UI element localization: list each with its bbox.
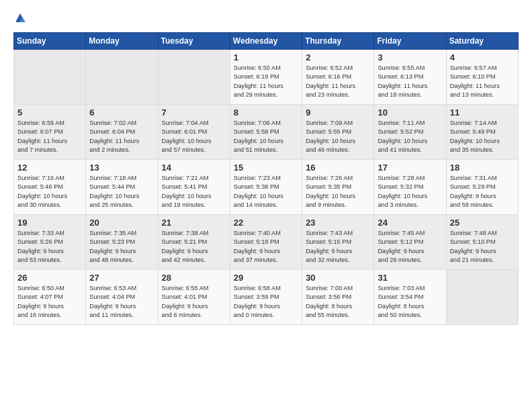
week-row-2: 5Sunrise: 6:59 AM Sunset: 6:07 PM Daylig… (14, 105, 519, 160)
header-cell-friday: Friday (374, 33, 446, 50)
day-number: 9 (306, 107, 370, 118)
day-number: 25 (450, 218, 515, 228)
day-number: 12 (17, 163, 82, 173)
calendar-header: SundayMondayTuesdayWednesdayThursdayFrid… (14, 33, 519, 50)
day-number: 8 (234, 107, 298, 118)
header (13, 12, 519, 26)
day-cell: 9Sunrise: 7:09 AM Sunset: 5:55 PM Daylig… (302, 105, 374, 160)
day-info: Sunrise: 7:45 AM Sunset: 5:12 PM Dayligh… (378, 229, 442, 265)
day-number: 13 (89, 163, 154, 173)
day-info: Sunrise: 7:48 AM Sunset: 5:10 PM Dayligh… (450, 229, 515, 265)
day-info: Sunrise: 7:14 AM Sunset: 5:49 PM Dayligh… (450, 119, 515, 154)
day-info: Sunrise: 6:52 AM Sunset: 6:16 PM Dayligh… (306, 64, 370, 99)
day-cell: 14Sunrise: 7:21 AM Sunset: 5:41 PM Dayli… (158, 160, 230, 215)
day-number: 4 (450, 52, 515, 62)
day-cell: 10Sunrise: 7:11 AM Sunset: 5:52 PM Dayli… (374, 105, 446, 160)
day-info: Sunrise: 6:50 AM Sunset: 4:07 PM Dayligh… (17, 284, 82, 320)
day-info: Sunrise: 6:55 AM Sunset: 6:13 PM Dayligh… (378, 64, 442, 99)
header-row: SundayMondayTuesdayWednesdayThursdayFrid… (14, 33, 519, 50)
day-cell: 13Sunrise: 7:18 AM Sunset: 5:44 PM Dayli… (86, 160, 158, 215)
day-info: Sunrise: 7:00 AM Sunset: 3:56 PM Dayligh… (306, 284, 370, 320)
day-info: Sunrise: 7:40 AM Sunset: 5:18 PM Dayligh… (234, 229, 298, 265)
day-cell: 2Sunrise: 6:52 AM Sunset: 6:16 PM Daylig… (302, 50, 374, 105)
day-info: Sunrise: 7:03 AM Sunset: 3:54 PM Dayligh… (378, 284, 442, 320)
calendar-table: SundayMondayTuesdayWednesdayThursdayFrid… (13, 32, 519, 325)
day-cell (14, 50, 86, 105)
day-info: Sunrise: 7:28 AM Sunset: 5:32 PM Dayligh… (378, 174, 442, 210)
day-cell: 18Sunrise: 7:31 AM Sunset: 5:29 PM Dayli… (446, 160, 518, 215)
day-info: Sunrise: 7:16 AM Sunset: 5:46 PM Dayligh… (17, 174, 82, 210)
week-row-4: 19Sunrise: 7:33 AM Sunset: 5:26 PM Dayli… (14, 215, 519, 270)
day-number: 3 (378, 52, 442, 62)
day-info: Sunrise: 7:21 AM Sunset: 5:41 PM Dayligh… (162, 174, 226, 210)
day-cell: 15Sunrise: 7:23 AM Sunset: 5:38 PM Dayli… (230, 160, 302, 215)
day-number: 17 (378, 163, 442, 173)
day-cell: 26Sunrise: 6:50 AM Sunset: 4:07 PM Dayli… (14, 270, 86, 325)
day-cell: 8Sunrise: 7:06 AM Sunset: 5:58 PM Daylig… (230, 105, 302, 160)
day-info: Sunrise: 7:38 AM Sunset: 5:21 PM Dayligh… (162, 229, 226, 265)
week-row-5: 26Sunrise: 6:50 AM Sunset: 4:07 PM Dayli… (14, 270, 519, 325)
day-number: 2 (306, 52, 370, 62)
day-info: Sunrise: 7:26 AM Sunset: 5:35 PM Dayligh… (306, 174, 370, 210)
day-number: 19 (17, 218, 82, 228)
day-number: 30 (306, 273, 370, 283)
day-info: Sunrise: 7:18 AM Sunset: 5:44 PM Dayligh… (89, 174, 154, 210)
day-number: 22 (234, 218, 298, 228)
day-number: 15 (234, 163, 298, 173)
day-number: 28 (162, 273, 226, 283)
day-cell (446, 270, 518, 325)
day-cell: 11Sunrise: 7:14 AM Sunset: 5:49 PM Dayli… (446, 105, 518, 160)
day-number: 14 (162, 163, 226, 173)
day-cell: 31Sunrise: 7:03 AM Sunset: 3:54 PM Dayli… (374, 270, 446, 325)
day-info: Sunrise: 7:11 AM Sunset: 5:52 PM Dayligh… (378, 119, 442, 154)
day-info: Sunrise: 7:09 AM Sunset: 5:55 PM Dayligh… (306, 119, 370, 154)
day-info: Sunrise: 6:53 AM Sunset: 4:04 PM Dayligh… (89, 284, 154, 320)
calendar-page: SundayMondayTuesdayWednesdayThursdayFrid… (0, 0, 532, 411)
day-cell: 1Sunrise: 6:50 AM Sunset: 6:19 PM Daylig… (230, 50, 302, 105)
day-info: Sunrise: 7:06 AM Sunset: 5:58 PM Dayligh… (234, 119, 298, 154)
day-number: 26 (17, 273, 82, 283)
day-cell (86, 50, 158, 105)
day-info: Sunrise: 6:50 AM Sunset: 6:19 PM Dayligh… (234, 64, 298, 99)
day-cell: 5Sunrise: 6:59 AM Sunset: 6:07 PM Daylig… (14, 105, 86, 160)
day-info: Sunrise: 7:33 AM Sunset: 5:26 PM Dayligh… (17, 229, 82, 265)
day-cell: 24Sunrise: 7:45 AM Sunset: 5:12 PM Dayli… (374, 215, 446, 270)
day-info: Sunrise: 6:59 AM Sunset: 6:07 PM Dayligh… (17, 119, 82, 154)
day-cell: 27Sunrise: 6:53 AM Sunset: 4:04 PM Dayli… (86, 270, 158, 325)
day-number: 7 (162, 107, 226, 118)
day-cell (158, 50, 230, 105)
day-number: 27 (89, 273, 154, 283)
day-number: 10 (378, 107, 442, 118)
day-cell: 6Sunrise: 7:02 AM Sunset: 6:04 PM Daylig… (86, 105, 158, 160)
day-info: Sunrise: 6:57 AM Sunset: 6:10 PM Dayligh… (450, 64, 515, 99)
day-info: Sunrise: 7:04 AM Sunset: 6:01 PM Dayligh… (162, 119, 226, 154)
day-number: 20 (89, 218, 154, 228)
day-info: Sunrise: 7:35 AM Sunset: 5:23 PM Dayligh… (89, 229, 154, 265)
day-number: 21 (162, 218, 226, 228)
day-cell: 23Sunrise: 7:43 AM Sunset: 5:15 PM Dayli… (302, 215, 374, 270)
header-cell-tuesday: Tuesday (158, 33, 230, 50)
day-cell: 12Sunrise: 7:16 AM Sunset: 5:46 PM Dayli… (14, 160, 86, 215)
day-cell: 28Sunrise: 6:55 AM Sunset: 4:01 PM Dayli… (158, 270, 230, 325)
day-cell: 20Sunrise: 7:35 AM Sunset: 5:23 PM Dayli… (86, 215, 158, 270)
day-number: 5 (17, 107, 82, 118)
day-cell: 16Sunrise: 7:26 AM Sunset: 5:35 PM Dayli… (302, 160, 374, 215)
logo-icon (13, 12, 27, 26)
day-cell: 25Sunrise: 7:48 AM Sunset: 5:10 PM Dayli… (446, 215, 518, 270)
calendar-body: 1Sunrise: 6:50 AM Sunset: 6:19 PM Daylig… (14, 50, 519, 325)
day-number: 11 (450, 107, 515, 118)
day-number: 31 (378, 273, 442, 283)
day-number: 1 (234, 52, 298, 62)
day-info: Sunrise: 7:43 AM Sunset: 5:15 PM Dayligh… (306, 229, 370, 265)
week-row-3: 12Sunrise: 7:16 AM Sunset: 5:46 PM Dayli… (14, 160, 519, 215)
logo (13, 12, 30, 26)
day-info: Sunrise: 7:23 AM Sunset: 5:38 PM Dayligh… (234, 174, 298, 210)
day-number: 18 (450, 163, 515, 173)
day-info: Sunrise: 6:55 AM Sunset: 4:01 PM Dayligh… (162, 284, 226, 320)
day-info: Sunrise: 7:02 AM Sunset: 6:04 PM Dayligh… (89, 119, 154, 154)
header-cell-monday: Monday (86, 33, 158, 50)
day-cell: 21Sunrise: 7:38 AM Sunset: 5:21 PM Dayli… (158, 215, 230, 270)
day-number: 6 (89, 107, 154, 118)
day-cell: 3Sunrise: 6:55 AM Sunset: 6:13 PM Daylig… (374, 50, 446, 105)
day-number: 29 (234, 273, 298, 283)
